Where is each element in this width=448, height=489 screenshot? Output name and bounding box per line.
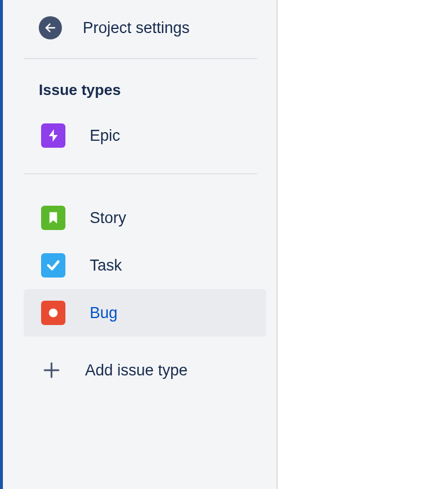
epic-icon [41,123,65,148]
add-issue-type-button[interactable]: Add issue type [24,351,266,390]
back-arrow-icon [39,16,62,39]
sidebar: Project settings Issue types Epic Story [3,0,278,489]
bug-icon [41,301,65,325]
plus-icon [41,360,62,381]
issue-label: Story [90,209,126,227]
issue-label: Task [90,257,122,275]
add-label: Add issue type [85,362,188,379]
issue-label: Bug [90,304,117,322]
back-to-project-settings[interactable]: Project settings [3,0,278,58]
task-icon [41,253,65,278]
svg-point-1 [49,308,57,317]
issue-type-story[interactable]: Story [24,194,266,242]
sidebar-shadow [276,0,278,489]
epic-list: Epic [3,112,278,173]
issue-type-epic[interactable]: Epic [24,112,266,159]
issue-type-task[interactable]: Task [24,242,266,289]
issue-type-bug[interactable]: Bug [24,289,266,337]
issue-types-heading: Issue types [3,59,278,112]
issue-label: Epic [90,127,120,145]
main-content [278,0,448,489]
spacer [3,174,278,194]
story-icon [41,206,65,230]
back-label: Project settings [83,19,190,37]
issue-type-list: Story Task Bug [3,194,278,351]
